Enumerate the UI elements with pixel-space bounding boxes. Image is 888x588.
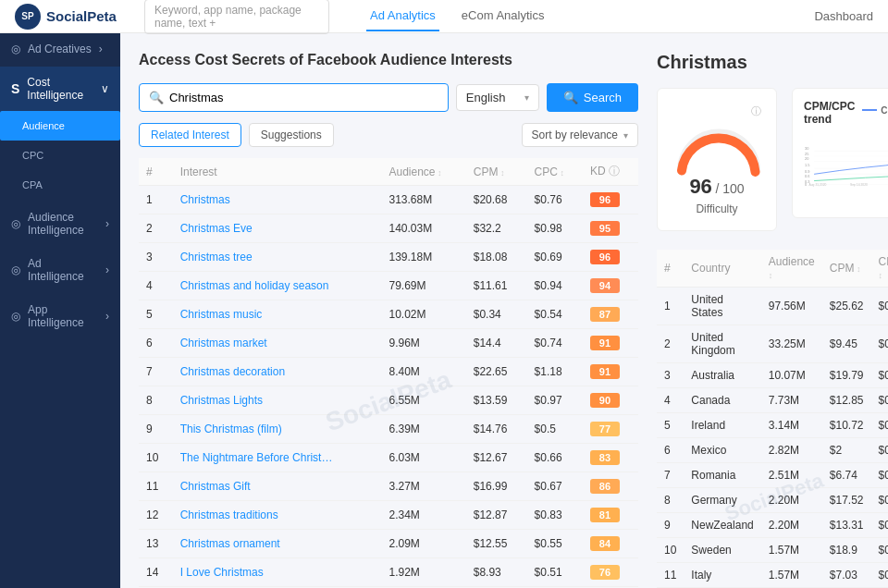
th-audience[interactable]: Audience xyxy=(381,158,465,186)
cell-num: 8 xyxy=(139,386,173,415)
nav-ad-analytics[interactable]: Ad Analytics xyxy=(366,1,439,31)
cell-country[interactable]: Romania xyxy=(684,463,760,488)
sidebar-item-cpa[interactable]: CPA xyxy=(0,170,120,200)
cell-cpc: $0.83 xyxy=(527,501,583,530)
cell-interest[interactable]: The Nightmare Before Christ… xyxy=(173,444,382,472)
language-value: English xyxy=(466,91,506,104)
th-cpc[interactable]: CPC xyxy=(527,158,583,186)
nav-ecom-analytics[interactable]: eCom Analytics xyxy=(458,1,549,31)
sidebar-item-ad-creatives[interactable]: ◎ Ad Creatives › xyxy=(0,33,120,65)
country-table-row: 10 Sweden 1.57M $18.9 $0.03 xyxy=(657,538,888,563)
cell-num: 9 xyxy=(139,415,173,444)
cell-ccpc: $0.03 xyxy=(870,563,888,588)
cell-country[interactable]: Germany xyxy=(684,488,760,513)
sidebar-item-ad-intelligence[interactable]: ◎ Ad Intelligence › xyxy=(0,248,120,292)
cell-interest[interactable]: Christmas Lights xyxy=(173,386,382,415)
cell-interest[interactable]: Christmas Gift xyxy=(173,472,382,501)
sidebar-label-cpc: CPC xyxy=(22,150,43,161)
difficulty-info-icon[interactable]: ⓘ xyxy=(751,105,761,116)
cell-audience: 10.02M xyxy=(381,300,465,329)
right-title: Christmas xyxy=(657,52,870,73)
metrics-row: ⓘ 96 / 100 Difficulty xyxy=(657,88,870,231)
search-input[interactable] xyxy=(169,84,438,111)
cth-cpm[interactable]: CPM xyxy=(822,250,871,288)
language-select[interactable]: English ▾ xyxy=(456,84,539,111)
cell-kd: 84 xyxy=(583,530,638,558)
difficulty-gauge xyxy=(672,122,765,178)
cell-cpm: $16.99 xyxy=(466,472,527,501)
ad-creatives-icon: ◎ xyxy=(11,43,20,55)
cell-interest[interactable]: Christmas decoration xyxy=(173,358,382,386)
search-button[interactable]: 🔍 Search xyxy=(547,83,638,112)
cell-num: 13 xyxy=(139,530,173,558)
sidebar-item-audience-intelligence[interactable]: ◎ Audience Intelligence › xyxy=(0,202,120,246)
cell-cnum: 3 xyxy=(657,363,684,388)
cth-audience[interactable]: Audience xyxy=(761,250,822,288)
sidebar-item-cost-intelligence[interactable]: S Cost Intelligence ∨ xyxy=(0,67,120,111)
cth-num: # xyxy=(657,250,684,288)
cell-cautdience: 10.07M xyxy=(761,363,822,388)
svg-text:1.5: 1.5 xyxy=(805,163,809,167)
cell-interest[interactable]: This Christmas (film) xyxy=(173,415,382,444)
dashboard-link[interactable]: Dashboard xyxy=(814,9,873,23)
sidebar-item-app-intelligence[interactable]: ◎ App Intelligence › xyxy=(0,294,120,338)
cell-country[interactable]: Australia xyxy=(684,363,760,388)
cell-country[interactable]: United States xyxy=(684,288,760,325)
cell-country[interactable]: Mexico xyxy=(684,438,760,463)
cell-interest[interactable]: Christmas market xyxy=(173,329,382,358)
sort-select[interactable]: Sort by relevance ▾ xyxy=(522,123,638,147)
table-row: 13 Christmas ornament 2.09M $12.55 $0.55… xyxy=(139,530,638,558)
search-row: 🔍 English ▾ 🔍 Search xyxy=(139,83,638,112)
search-btn-icon: 🔍 xyxy=(563,91,578,104)
country-table-row: 5 Ireland 3.14M $10.72 $0.15 xyxy=(657,413,888,438)
cell-country[interactable]: Italy xyxy=(684,563,760,588)
country-table: # Country Audience CPM CPC 1 United Stat… xyxy=(657,250,888,588)
cell-cpc: $0.67 xyxy=(527,472,583,501)
cell-cpc: $0.76 xyxy=(527,186,583,214)
search-btn-label: Search xyxy=(584,91,622,104)
cell-ccpm: $13.31 xyxy=(822,513,871,538)
cell-kd: 81 xyxy=(583,501,638,530)
cth-country: Country xyxy=(684,250,760,288)
cell-ccpc: $0.08 xyxy=(870,488,888,513)
sidebar-group-cost-intelligence: S Cost Intelligence ∨ Audience CPC CPA xyxy=(0,67,120,200)
cell-interest[interactable]: Christmas tree xyxy=(173,243,382,272)
cell-audience: 8.40M xyxy=(381,358,465,386)
th-cpm[interactable]: CPM xyxy=(466,158,527,186)
trend-title-row: CPM/CPC trend CPC CPM ⓘ xyxy=(804,100,888,126)
cell-interest[interactable]: Christmas xyxy=(173,186,382,214)
cell-audience: 9.96M xyxy=(381,329,465,358)
top-search-bar[interactable]: Keyword, app name, package name, text + xyxy=(144,0,329,34)
sidebar-item-cpc[interactable]: CPC xyxy=(0,141,120,170)
sidebar-item-audience[interactable]: Audience xyxy=(0,111,120,141)
cth-cpc[interactable]: CPC xyxy=(870,250,888,288)
kd-info-icon[interactable]: ⓘ xyxy=(609,165,620,178)
cell-cpc: $0.66 xyxy=(527,444,583,472)
cell-interest[interactable]: Christmas ornament xyxy=(173,530,382,558)
cell-interest[interactable]: I Love Christmas xyxy=(173,558,382,587)
cell-interest[interactable]: Christmas music xyxy=(173,300,382,329)
cell-interest[interactable]: Christmas traditions xyxy=(173,501,382,530)
filter-suggestions[interactable]: Suggestions xyxy=(249,123,334,147)
cell-num: 3 xyxy=(139,243,173,272)
table-row: 7 Christmas decoration 8.40M $22.65 $1.1… xyxy=(139,358,638,386)
cell-audience: 139.18M xyxy=(381,243,465,272)
cell-country[interactable]: Ireland xyxy=(684,413,760,438)
filter-related-interest[interactable]: Related Interest xyxy=(139,123,241,147)
sort-dropdown-arrow: ▾ xyxy=(623,130,628,141)
cell-ccpm: $18.9 xyxy=(822,538,871,563)
cell-country[interactable]: Sweden xyxy=(684,538,760,563)
cell-cautdience: 97.56M xyxy=(761,288,822,325)
table-row: 1 Christmas 313.68M $20.68 $0.76 96 xyxy=(139,186,638,214)
cell-cautdience: 3.14M xyxy=(761,413,822,438)
cell-ccpc: $0.83 xyxy=(870,288,888,325)
cell-country[interactable]: United Kingdom xyxy=(684,325,760,363)
country-table-row: 4 Canada 7.73M $12.85 $0.27 xyxy=(657,388,888,413)
svg-text:25: 25 xyxy=(805,152,808,156)
cell-ccpc: $0 xyxy=(870,438,888,463)
cell-country[interactable]: NewZealand xyxy=(684,513,760,538)
cell-interest[interactable]: Christmas and holiday season xyxy=(173,272,382,300)
cell-interest[interactable]: Christmas Eve xyxy=(173,214,382,243)
nav-links: Ad Analytics eCom Analytics xyxy=(366,1,548,31)
cell-country[interactable]: Canada xyxy=(684,388,760,413)
